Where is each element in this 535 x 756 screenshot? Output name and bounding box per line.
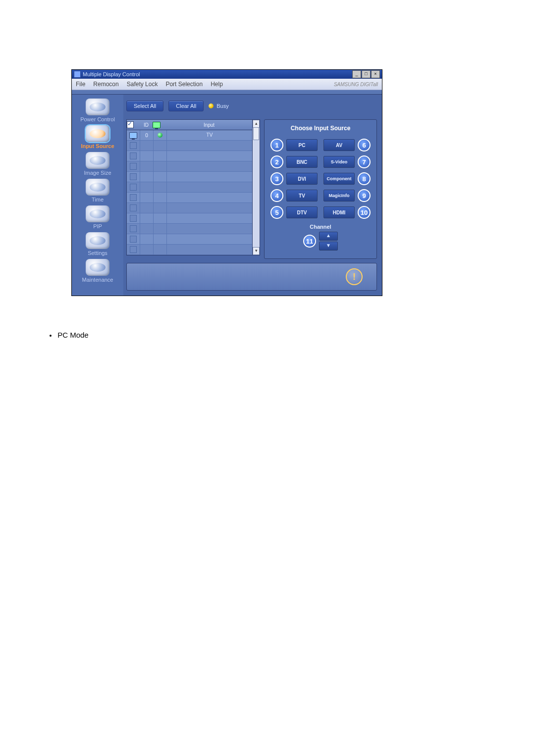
display-list: ID Input 0TV ▴ ▾ xyxy=(126,119,260,255)
row-input xyxy=(167,234,253,244)
table-row[interactable] xyxy=(127,234,260,245)
row-id: 0 xyxy=(140,130,154,140)
app-icon xyxy=(74,71,81,78)
row-checkbox[interactable] xyxy=(130,142,137,149)
row-input xyxy=(167,245,253,254)
sidebar-item-input-source[interactable]: Input Source xyxy=(76,125,119,149)
table-row[interactable] xyxy=(127,182,260,193)
row-id xyxy=(140,245,154,254)
status-footer: ! xyxy=(126,263,377,291)
sidebar-item-power-control[interactable]: Power Control xyxy=(76,99,119,122)
menu-remocon[interactable]: Remocon xyxy=(93,81,118,88)
callout-number-11: 11 xyxy=(303,235,316,248)
row-checkbox[interactable] xyxy=(130,236,137,243)
table-row[interactable] xyxy=(127,151,260,161)
menu-file[interactable]: File xyxy=(76,81,85,88)
row-input xyxy=(167,151,253,161)
row-checkbox[interactable] xyxy=(130,184,137,191)
list-header-input: Input xyxy=(165,122,253,128)
window-title: Multiple Display Control xyxy=(83,71,140,77)
maximize-button[interactable]: □ xyxy=(362,70,371,78)
source-button-magicinfo[interactable]: MagicInfo xyxy=(323,190,355,202)
minimize-button[interactable]: _ xyxy=(352,70,361,78)
clear-all-button[interactable]: Clear All xyxy=(168,101,204,111)
channel-down-button[interactable]: ▼ xyxy=(319,242,338,251)
source-button-bnc[interactable]: BNC xyxy=(286,156,318,168)
row-id xyxy=(140,224,154,234)
row-checkbox[interactable] xyxy=(130,204,137,211)
row-status xyxy=(154,141,167,151)
scrollbar[interactable]: ▴ ▾ xyxy=(252,120,260,255)
maintenance-icon xyxy=(86,259,109,276)
table-row[interactable] xyxy=(127,245,260,255)
callout-number: 7 xyxy=(358,155,371,168)
caption: PC Mode xyxy=(50,331,535,339)
source-button-dtv[interactable]: DTV xyxy=(286,206,318,218)
status-dot-icon xyxy=(158,133,162,138)
monitor-icon xyxy=(129,132,137,139)
source-button-pc[interactable]: PC xyxy=(286,139,318,151)
source-button-tv[interactable]: TV xyxy=(286,190,318,202)
callout-number: 2 xyxy=(270,155,283,168)
row-checkbox[interactable] xyxy=(130,194,137,201)
table-row[interactable] xyxy=(127,203,260,213)
callout-number: 10 xyxy=(358,206,371,219)
row-status xyxy=(154,203,167,213)
row-input xyxy=(167,213,253,223)
source-button-hdmi[interactable]: HDMI xyxy=(323,206,355,218)
row-id xyxy=(140,193,154,202)
table-row[interactable] xyxy=(127,161,260,172)
alert-icon: ! xyxy=(346,268,363,285)
scroll-up-button[interactable]: ▴ xyxy=(253,120,260,128)
list-header-check xyxy=(127,121,140,128)
row-id xyxy=(140,151,154,161)
sidebar-item-time[interactable]: Time xyxy=(76,179,119,202)
menu-help[interactable]: Help xyxy=(211,81,223,88)
source-button-s-video[interactable]: S-Video xyxy=(323,156,355,168)
brand-logo: SAMSUNG DIGITall xyxy=(334,82,378,87)
scroll-down-button[interactable]: ▾ xyxy=(253,247,260,255)
list-header-id: ID xyxy=(140,122,153,128)
row-input xyxy=(167,182,253,192)
sidebar-item-label: Settings xyxy=(76,250,119,256)
sidebar-item-settings[interactable]: Settings xyxy=(76,232,119,256)
table-row[interactable]: 0TV xyxy=(127,130,260,141)
table-row[interactable] xyxy=(127,172,260,182)
row-checkbox[interactable] xyxy=(130,246,137,253)
channel-up-button[interactable]: ▲ xyxy=(319,232,338,241)
table-row[interactable] xyxy=(127,193,260,203)
row-id xyxy=(140,203,154,213)
scroll-thumb[interactable] xyxy=(253,127,259,140)
row-checkbox[interactable] xyxy=(130,173,137,180)
row-input xyxy=(167,141,253,151)
row-checkbox[interactable] xyxy=(130,152,137,159)
busy-dot-icon xyxy=(209,103,214,108)
row-id xyxy=(140,213,154,223)
select-all-button[interactable]: Select All xyxy=(126,101,163,111)
table-row[interactable] xyxy=(127,213,260,224)
callout-number: 3 xyxy=(270,172,283,185)
check-icon xyxy=(127,121,134,128)
row-input xyxy=(167,193,253,202)
source-button-component[interactable]: Component xyxy=(323,173,355,185)
menu-safety-lock[interactable]: Safety Lock xyxy=(127,81,158,88)
row-checkbox[interactable] xyxy=(130,225,137,232)
row-status xyxy=(154,213,167,223)
sidebar-item-maintenance[interactable]: Maintenance xyxy=(76,259,119,283)
row-status xyxy=(154,245,167,254)
source-button-av[interactable]: AV xyxy=(323,139,355,151)
source-button-dvi[interactable]: DVI xyxy=(286,173,318,185)
row-checkbox[interactable] xyxy=(130,215,137,222)
busy-indicator: Busy xyxy=(209,103,228,109)
menu-port-selection[interactable]: Port Selection xyxy=(165,81,203,88)
close-button[interactable]: × xyxy=(371,70,380,78)
pip-icon xyxy=(86,205,109,222)
sidebar-item-label: PIP xyxy=(76,223,119,229)
row-id xyxy=(140,161,154,171)
table-row[interactable] xyxy=(127,141,260,151)
app-window: Multiple Display Control _ □ × File Remo… xyxy=(71,69,382,296)
sidebar-item-pip[interactable]: PIP xyxy=(76,205,119,229)
table-row[interactable] xyxy=(127,224,260,234)
row-checkbox[interactable] xyxy=(130,163,137,170)
sidebar-item-image-size[interactable]: Image Size xyxy=(76,152,119,176)
